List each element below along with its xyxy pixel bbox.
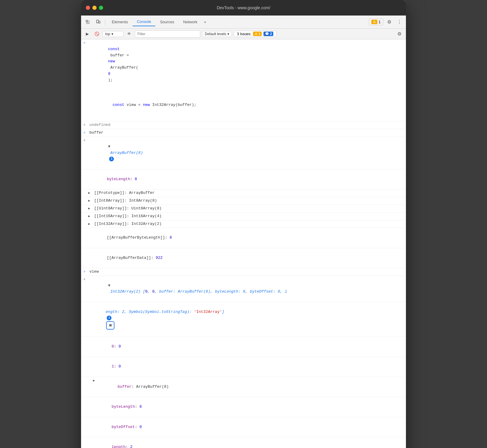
console-code-view: view <box>89 269 404 275</box>
execute-script-button[interactable]: ▶ <box>83 30 91 38</box>
console-prop-text-length: length: 2 <box>93 438 404 448</box>
console-prop-text-prototype1: [[Prototype]]: ArrayBuffer <box>94 190 404 196</box>
console-prop-buffer: ▶ buffer: ArrayBuffer(8) <box>81 377 406 397</box>
console-result-4: ▼ ArrayBuffer(8) i <box>89 138 404 169</box>
console-prop-length: length: 2 <box>81 437 406 448</box>
tab-console[interactable]: Console <box>133 18 155 26</box>
context-label: top <box>105 32 110 36</box>
titlebar: DevTools - www.google.com/ <box>81 0 406 16</box>
console-result-int32: ▼ Int32Array(2) [0, 0, buffer: ArrayBuff… <box>89 276 404 301</box>
info-icon-int32[interactable]: i <box>107 316 111 320</box>
console-toolbar: ▶ 🚫 top ▾ 👁 Default levels ▾ 3 Issues: ⚠… <box>81 29 406 39</box>
issues-text: 3 Issues: <box>237 32 251 36</box>
console-entry-int32array: < ▼ Int32Array(2) [0, 0, buffer: ArrayBu… <box>81 276 406 302</box>
console-prop-text-byteoffset: byteOffset: 0 <box>93 418 404 436</box>
log-levels-selector[interactable]: Default levels ▾ <box>202 31 232 37</box>
console-prop-text-1: 1: 0 <box>93 358 404 376</box>
console-settings-button[interactable]: ⚙ <box>395 30 404 38</box>
minimize-button[interactable] <box>92 6 97 10</box>
console-prop-prototype1: ▶ [[Prototype]]: ArrayBuffer <box>81 189 406 197</box>
console-prop-text-0: 0: 0 <box>93 337 404 356</box>
inspect-element-button[interactable] <box>83 18 92 26</box>
result-arrow-int32: < <box>83 277 88 282</box>
result-arrow-2: < <box>83 123 88 128</box>
console-int32-text-line2: ength: 2, Symbol(Symbol.toStringTag): 'I… <box>87 303 404 336</box>
device-toggle-button[interactable] <box>94 18 103 26</box>
toolbar-right: ⚠ 1 ⚙ ⋮ <box>369 18 404 26</box>
expand-int16array[interactable]: ▶ <box>88 214 92 219</box>
console-prop-int8array: ▶ [[Int8Array]]: Int8Array(8) <box>81 197 406 205</box>
info-icon-4[interactable]: i <box>109 157 114 161</box>
live-expressions-button[interactable]: 👁 <box>125 30 133 38</box>
console-entry-1: > const buffer = new ArrayBuffer( 8 ); c… <box>81 39 406 121</box>
console-prop-0: 0: 0 <box>81 337 406 357</box>
toolbar-divider <box>105 19 105 25</box>
console-prop-bytelength: byteLength: 8 <box>81 169 406 189</box>
filter-input[interactable] <box>135 30 200 38</box>
console-prop-byteoffset: byteOffset: 0 <box>81 417 406 437</box>
console-prop-text-abbl: [[ArrayBufferByteLength]]: 8 <box>88 228 404 247</box>
console-int32-line2: ength: 2, Symbol(Symbol.toStringTag): 'I… <box>81 302 406 337</box>
context-arrow-icon: ▾ <box>111 32 113 36</box>
issues-warn-count: 1 <box>379 20 381 24</box>
console-prop-text-int16array: [[Int16Array]]: Int16Array(4) <box>94 213 404 220</box>
window-title: DevTools - www.google.com/ <box>217 5 270 10</box>
console-info-badge: 💬 2 <box>263 32 273 36</box>
console-prop-text-view-bytelength: byteLength: 8 <box>93 398 404 416</box>
console-entry-2: < undefined <box>81 121 406 129</box>
console-prop-text-int32array: [[Int32Array]]: Int32Array(2) <box>94 221 404 227</box>
expand-arrow-1[interactable]: > <box>83 41 88 46</box>
expand-arrow-view[interactable]: > <box>83 269 88 275</box>
expand-arrow-3[interactable]: > <box>83 130 88 136</box>
console-prop-text-int8array: [[Int8Array]]: Int8Array(8) <box>94 198 404 204</box>
close-button[interactable] <box>86 6 90 10</box>
context-selector[interactable]: top ▾ <box>103 31 123 37</box>
more-options-button[interactable]: ⋮ <box>395 18 404 26</box>
levels-label: Default levels <box>205 32 226 36</box>
console-prop-int32array: ▶ [[Int32Array]]: Int32Array(2) <box>81 220 406 228</box>
result-arrow-4: < <box>83 138 88 143</box>
console-entry-4: < ▼ ArrayBuffer(8) i <box>81 137 406 169</box>
main-toolbar: Elements Console Sources Network » ⚠ 1 ⚙… <box>81 16 406 29</box>
svg-rect-0 <box>86 20 88 22</box>
issues-badge[interactable]: ⚠ 1 <box>369 18 383 25</box>
tab-sources[interactable]: Sources <box>156 18 179 26</box>
console-prop-1: 1: 0 <box>81 357 406 377</box>
expand-buffer[interactable]: ▶ <box>93 378 97 384</box>
console-prop-text-bytelength: byteLength: 8 <box>88 170 404 189</box>
console-code-1: const buffer = new ArrayBuffer( 8 ); con… <box>89 40 404 121</box>
console-prop-text-abd: [[ArrayBufferData]]: 922 <box>88 249 404 267</box>
console-output: > const buffer = new ArrayBuffer( 8 ); c… <box>81 39 406 448</box>
more-tabs-button[interactable]: » <box>202 19 208 25</box>
console-code-3: buffer <box>89 130 404 136</box>
svg-rect-5 <box>99 21 100 23</box>
expand-prototype1[interactable]: ▶ <box>88 191 92 196</box>
tooltip-icon-int32[interactable]: ⊞ <box>106 321 114 330</box>
levels-arrow-icon: ▾ <box>227 32 229 36</box>
expand-int32array[interactable]: ▶ <box>88 222 92 227</box>
issues-warn-icon: ⚠ <box>371 20 377 24</box>
console-prop-arraybufferdata: [[ArrayBufferData]]: 922 <box>81 248 406 268</box>
tab-bar: Elements Console Sources Network » <box>108 18 367 26</box>
tab-network[interactable]: Network <box>179 18 202 26</box>
console-entry-3: > buffer <box>81 129 406 137</box>
tab-elements[interactable]: Elements <box>108 18 132 26</box>
traffic-lights <box>86 6 103 10</box>
console-prop-uint8array: ▶ [[Uint8Array]]: Uint8Array(8) <box>81 205 406 213</box>
console-prop-view-bytelength: byteLength: 8 <box>81 397 406 417</box>
console-prop-arraybufferbytelength: [[ArrayBufferByteLength]]: 8 <box>81 228 406 248</box>
settings-button[interactable]: ⚙ <box>385 18 393 26</box>
clear-console-button[interactable]: 🚫 <box>93 30 101 38</box>
devtools-window: DevTools - www.google.com/ Elements Cons… <box>81 0 406 448</box>
console-prop-text-buffer: buffer: ArrayBuffer(8) <box>99 378 404 396</box>
expand-int8array[interactable]: ▶ <box>88 198 92 204</box>
console-result-2: undefined <box>89 122 404 128</box>
svg-point-6 <box>97 22 98 23</box>
console-issues-button[interactable]: 3 Issues: ⚠ 1 💬 2 <box>234 31 277 37</box>
console-prop-int16array: ▶ [[Int16Array]]: Int16Array(4) <box>81 213 406 220</box>
expand-uint8array[interactable]: ▶ <box>88 206 92 211</box>
console-warn-badge: ⚠ 1 <box>253 32 262 36</box>
console-entry-view: > view <box>81 268 406 276</box>
console-prop-text-uint8array: [[Uint8Array]]: Uint8Array(8) <box>94 206 404 212</box>
maximize-button[interactable] <box>99 6 103 10</box>
